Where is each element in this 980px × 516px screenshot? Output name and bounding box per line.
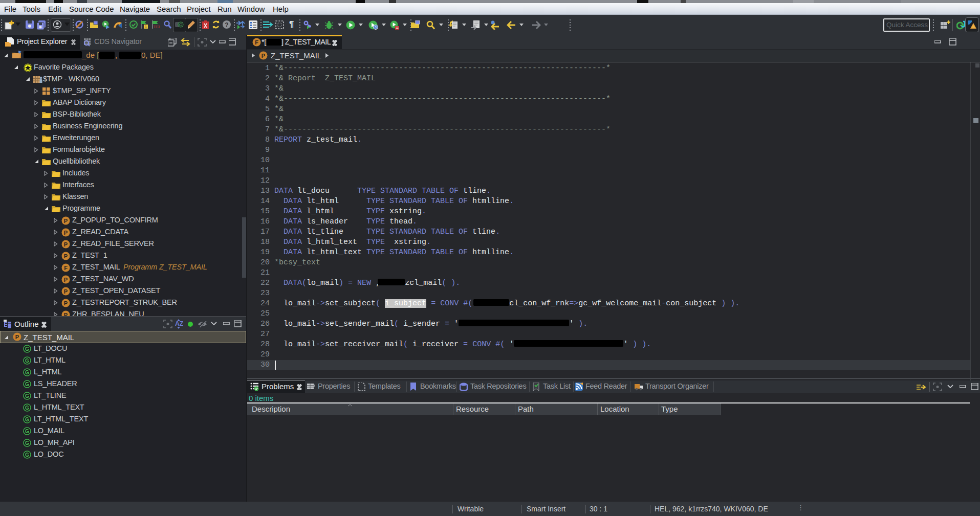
svg-text:P: P — [64, 277, 68, 283]
svg-text:1: 1 — [145, 25, 147, 29]
svg-text:G: G — [25, 358, 29, 364]
svg-text:F: F — [255, 39, 258, 46]
svg-text:C: C — [179, 23, 182, 27]
svg-text:G: G — [25, 452, 29, 458]
svg-text:G: G — [25, 405, 29, 411]
svg-text:P: P — [64, 253, 68, 259]
svg-text:P: P — [64, 241, 68, 248]
svg-text:AZ: AZ — [175, 320, 183, 327]
svg-text:G: G — [25, 370, 29, 375]
svg-text:TE3: TE3 — [154, 25, 160, 29]
svg-text:G: G — [25, 346, 29, 352]
svg-text:P: P — [64, 288, 68, 295]
svg-text:F: F — [64, 265, 68, 271]
svg-text:P: P — [64, 218, 68, 224]
svg-text:?: ? — [225, 21, 228, 29]
svg-text:G: G — [25, 440, 29, 446]
svg-text:G: G — [25, 429, 29, 434]
svg-text:P: P — [262, 53, 265, 59]
svg-text:P: P — [64, 300, 68, 306]
svg-text:G: G — [25, 393, 29, 399]
svg-text:P: P — [15, 334, 19, 340]
svg-text:G: G — [25, 382, 29, 387]
svg-text:P: P — [64, 230, 68, 236]
svg-text:G: G — [25, 417, 29, 422]
svg-text:P: P — [64, 312, 68, 317]
